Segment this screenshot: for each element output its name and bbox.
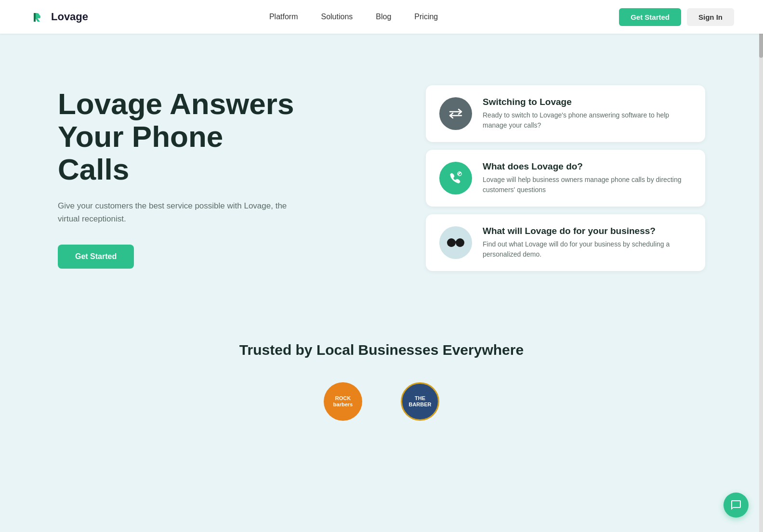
- card-what-will[interactable]: What will Lovage do for your business? F…: [426, 214, 705, 271]
- scrollbar[interactable]: [759, 0, 763, 532]
- svg-point-3: [447, 238, 456, 247]
- card-icon-wrap-what-does: [439, 162, 472, 195]
- chat-bubble[interactable]: [724, 493, 749, 518]
- hero-left: Lovage Answers Your Phone Calls Give you…: [58, 88, 299, 269]
- card-icon-wrap-switching: [439, 97, 472, 130]
- logo-barber-2: THEBARBER: [401, 382, 439, 421]
- card-title-what-will: What will Lovage do for your business?: [483, 226, 692, 236]
- card-switching[interactable]: Switching to Lovage Ready to switch to L…: [426, 85, 705, 142]
- nav-blog[interactable]: Blog: [376, 13, 391, 21]
- glasses-icon: [446, 237, 465, 248]
- logo-rock-label: ROCKbarbers: [333, 395, 353, 408]
- nav-links: Platform Solutions Blog Pricing: [269, 13, 438, 21]
- card-desc-switching: Ready to switch to Lovage's phone answer…: [483, 110, 692, 130]
- card-content-switching: Switching to Lovage Ready to switch to L…: [483, 97, 692, 130]
- logo-rock-barbers: ROCKbarbers: [324, 382, 362, 421]
- logo[interactable]: Lovage: [29, 8, 88, 26]
- info-cards: Switching to Lovage Ready to switch to L…: [426, 85, 705, 271]
- trusted-section: Trusted by Local Businesses Everywhere R…: [0, 313, 763, 459]
- card-title-what-does: What does Lovage do?: [483, 161, 692, 172]
- card-icon-wrap-what-will: [439, 226, 472, 259]
- logo-icon: [29, 8, 46, 26]
- card-what-does[interactable]: What does Lovage do? Lovage will help bu…: [426, 150, 705, 207]
- arrows-icon: [447, 105, 464, 122]
- logo-text: Lovage: [51, 11, 88, 23]
- sign-in-button[interactable]: Sign In: [687, 8, 734, 26]
- trusted-logos: ROCKbarbers THEBARBER: [58, 382, 705, 421]
- card-desc-what-does: Lovage will help business owners manage …: [483, 175, 692, 195]
- navbar: Lovage Platform Solutions Blog Pricing G…: [0, 0, 763, 34]
- nav-platform[interactable]: Platform: [269, 13, 298, 21]
- logo-barber-label: THEBARBER: [408, 395, 431, 408]
- chat-icon: [730, 499, 742, 511]
- hero-title: Lovage Answers Your Phone Calls: [58, 88, 299, 186]
- nav-solutions[interactable]: Solutions: [321, 13, 353, 21]
- card-title-switching: Switching to Lovage: [483, 97, 692, 107]
- get-started-nav-button[interactable]: Get Started: [619, 8, 681, 26]
- phone-icon: [447, 169, 464, 187]
- svg-point-4: [456, 238, 464, 247]
- hero-subtitle: Give your customers the best service pos…: [58, 199, 299, 225]
- hero-section: Lovage Answers Your Phone Calls Give you…: [0, 34, 763, 313]
- nav-pricing[interactable]: Pricing: [414, 13, 438, 21]
- card-desc-what-will: Find out what Lovage will do for your bu…: [483, 239, 692, 260]
- trusted-title: Trusted by Local Businesses Everywhere: [58, 342, 705, 358]
- card-content-what-does: What does Lovage do? Lovage will help bu…: [483, 161, 692, 195]
- get-started-hero-button[interactable]: Get Started: [58, 245, 134, 269]
- card-content-what-will: What will Lovage do for your business? F…: [483, 226, 692, 260]
- nav-actions: Get Started Sign In: [619, 8, 734, 26]
